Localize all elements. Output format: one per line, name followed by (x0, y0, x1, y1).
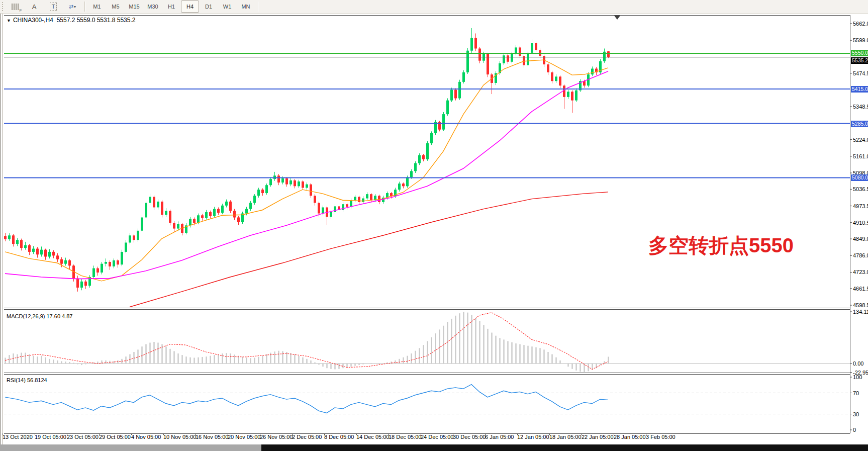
candle-body (310, 185, 312, 196)
time-axis-label: 4 Nov 05:00 (131, 434, 161, 440)
dotted-grid-icon: F (12, 4, 19, 10)
timeframe-button-m30[interactable]: M30 (144, 1, 162, 13)
candle-body (36, 249, 39, 255)
bottom-window-edge (0, 444, 868, 451)
candle-body (44, 250, 47, 257)
chart-title[interactable]: ▼CHINA300-,H4 5557.2 5559.0 5531.8 5535.… (7, 17, 135, 24)
candle-body (52, 252, 55, 255)
price-level-flag: 5080.0 (851, 174, 868, 181)
timeframe-button-d1[interactable]: D1 (200, 1, 218, 13)
price-tick-label: 5599.0 (853, 37, 868, 43)
candle-body (478, 49, 481, 61)
candle-body (97, 268, 99, 273)
price-tick-label: 5224.0 (853, 137, 868, 143)
indicator-tick-label: 70 (853, 390, 859, 396)
ma-medium-line (5, 71, 608, 279)
time-axis-label: 18 Dec 05:00 (389, 434, 421, 440)
candle-body (474, 38, 477, 48)
candle-body (277, 175, 280, 183)
candle-body (402, 184, 405, 186)
candle-body (531, 43, 533, 53)
candle-body (117, 260, 119, 264)
candle-body (322, 207, 324, 213)
candle-body (197, 215, 200, 223)
indicator-tick-label: 30 (853, 411, 859, 417)
candle-body (426, 143, 429, 159)
candle-body (406, 177, 409, 186)
timeframe-button-mn[interactable]: MN (237, 1, 255, 13)
indicator-tick-label: 100 (853, 374, 862, 380)
candle-body (76, 279, 79, 288)
candlestick-series (4, 28, 610, 292)
candle-body (213, 209, 216, 216)
time-axis-label: 22 Jan 05:00 (582, 434, 614, 440)
chevron-down-icon: ▾ (74, 5, 76, 9)
candle-body (362, 199, 364, 202)
timeframe-button-h4[interactable]: H4 (181, 1, 199, 13)
arrows-icon: ⇄ (69, 4, 73, 10)
price-tick-label: 4661.5 (853, 286, 868, 292)
candle-body (229, 202, 232, 211)
price-tick-label: 5161.0 (853, 153, 868, 159)
candle-body (20, 240, 23, 248)
time-axis-label: 12 Jan 05:00 (517, 434, 549, 440)
toolbar-grip[interactable] (1, 2, 5, 11)
price-tick-label: 5474.5 (853, 70, 868, 76)
candle-body (84, 282, 87, 286)
candle-body (153, 197, 155, 207)
price-tick-label: 5348.5 (853, 104, 868, 110)
candle-body (48, 252, 51, 256)
candle-body (281, 178, 284, 183)
time-axis-label: 16 Nov 05:00 (196, 434, 228, 440)
candle-body (8, 235, 11, 239)
candle-body (129, 235, 131, 242)
ma-fast-line (5, 60, 608, 281)
arrows-tool-button[interactable]: ⇄ ▾ (63, 1, 81, 13)
annotation-text[interactable]: 多空转折点5550 (648, 232, 794, 259)
candle-body (366, 194, 368, 198)
candle-body (547, 64, 549, 72)
time-axis: 13 Oct 202019 Oct 05:0023 Oct 05:0029 Oc… (0, 434, 868, 444)
candle-body (346, 204, 348, 207)
text-box-tool-button[interactable]: T (44, 1, 62, 13)
timeframe-button-m15[interactable]: M15 (125, 1, 143, 13)
candle-body (470, 38, 473, 50)
timeframe-button-m1[interactable]: M1 (88, 1, 106, 13)
indicator-tick-label: 134.11 (853, 309, 868, 315)
candle-body (302, 182, 304, 188)
price-tick-label: 4598.5 (853, 302, 868, 308)
text-label-tool-button[interactable]: A (25, 1, 43, 13)
candle-body (137, 231, 139, 240)
candle-body (306, 185, 308, 188)
time-axis-label: 10 Nov 05:00 (163, 434, 196, 440)
candle-body (422, 155, 425, 159)
candle-body (257, 190, 260, 196)
time-axis-label: 24 Dec 05:00 (421, 434, 453, 440)
price-level-flag: 5415.0 (851, 86, 868, 93)
price-tick-label: 4849.0 (853, 236, 868, 242)
price-level-flag: 5285.0 (851, 121, 868, 127)
ma-slow-line (130, 192, 608, 307)
dotted-grid-tool-button[interactable]: F (6, 1, 24, 13)
candle-body (64, 260, 67, 264)
candle-body (56, 255, 59, 259)
timeframe-button-h1[interactable]: H1 (162, 1, 180, 13)
timeframe-button-w1[interactable]: W1 (218, 1, 236, 13)
candle-body (265, 185, 268, 193)
rsi-indicator-label: RSI(14) 56.8124 (7, 377, 47, 383)
candle-body (462, 72, 465, 82)
candle-body (133, 235, 135, 240)
candle-body (40, 250, 43, 254)
candle-body (607, 51, 610, 57)
candle-body (559, 76, 561, 85)
candle-body (145, 203, 147, 218)
candle-body (60, 259, 63, 264)
candle-body (555, 76, 557, 81)
chevron-down-icon: ▼ (7, 18, 11, 23)
candle-body (109, 262, 111, 266)
candle-body (571, 92, 573, 100)
candle-body (205, 212, 208, 218)
candle-body (193, 219, 196, 223)
candle-body (290, 181, 292, 185)
timeframe-button-m5[interactable]: M5 (107, 1, 125, 13)
